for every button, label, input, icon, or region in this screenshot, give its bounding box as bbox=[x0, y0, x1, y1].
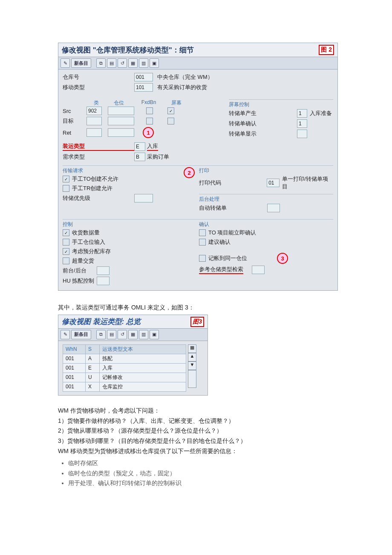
src-bin-input[interactable] bbox=[108, 107, 134, 115]
fgbg-input[interactable] bbox=[97, 266, 110, 275]
imm-label: TO 项目能立即确认 bbox=[208, 229, 256, 237]
delim-icon[interactable]: ▦ bbox=[128, 58, 138, 68]
row-dst: 目标 bbox=[63, 117, 86, 125]
col-type: 类 bbox=[86, 99, 106, 107]
req-val[interactable]: B bbox=[134, 153, 145, 161]
para: WM 移动类型为货物移进或移出仓库提供了以下一些所需要的信息： bbox=[58, 446, 392, 457]
ref-label: 参考仓储类型检索 bbox=[199, 266, 243, 274]
warehouse-input[interactable]: 001 bbox=[134, 73, 153, 81]
select-icon[interactable]: ▥ bbox=[139, 330, 148, 339]
scroll-track[interactable] bbox=[188, 370, 196, 388]
confirm-title: 确认 bbox=[199, 219, 333, 228]
page-root: 修改视图 "仓库管理系统移动类型"：细节 图 2 ✎ 新条目 ⧉ ▤ ↺ ▦ ▥… bbox=[0, 0, 392, 506]
movetype-desc: 有关采购订单的收货 bbox=[157, 84, 207, 91]
undo-icon[interactable]: ↺ bbox=[118, 58, 127, 68]
src-type-input[interactable]: 902 bbox=[86, 107, 102, 115]
dst-scr-check[interactable] bbox=[167, 118, 174, 124]
src-fxdbn-check[interactable] bbox=[146, 107, 153, 114]
copy-icon[interactable]: ⧉ bbox=[96, 58, 106, 68]
table-row: 001X仓库监控 bbox=[63, 382, 186, 391]
manual-to-check[interactable]: ✓ bbox=[63, 176, 69, 182]
manual-tr-label: 手工TR创建允许 bbox=[72, 185, 112, 192]
toolbar: ✎ 新条目 ⧉ ▤ ↺ ▦ ▥ ▣ bbox=[58, 57, 337, 69]
warehouse-label: 仓库号 bbox=[63, 73, 134, 81]
toggle-icon[interactable]: ✎ bbox=[61, 330, 70, 339]
auto-to-input[interactable] bbox=[267, 204, 280, 212]
th-whn: WhN bbox=[63, 344, 86, 354]
ret-bin-input[interactable] bbox=[108, 128, 134, 137]
form-body: 仓库号 001 中央仓库（完全 WM） 移动类型 101 有关采购订单的收货 类… bbox=[58, 69, 337, 290]
scrollbar: ▦ ▲ ▼ bbox=[188, 344, 196, 392]
over-check[interactable] bbox=[63, 257, 69, 264]
sap-view-movement-type: 修改视图 "仓库管理系统移动类型"：细节 图 2 ✎ 新条目 ⧉ ▤ ↺ ▦ ▥… bbox=[58, 43, 338, 291]
ret-type-input[interactable] bbox=[86, 128, 102, 137]
copy-icon[interactable]: ⧉ bbox=[96, 330, 106, 339]
col-fxdbn: FxdBn bbox=[132, 99, 166, 107]
fig3-title: 修改视图 装运类型: 总览 bbox=[62, 318, 141, 326]
explanation-text: WM 作货物移动时，会考虑以下问题： 1）货物要作做样的移动？（入库、出库、记帐… bbox=[58, 406, 392, 489]
th-s: S bbox=[86, 344, 100, 354]
to-conf-val[interactable]: 1 bbox=[297, 119, 307, 128]
ship-label: 装运类型 bbox=[63, 142, 134, 151]
fig3-body: WhN S 运送类型文本 001A拣配 001E入库 001U记帐修改 001X… bbox=[58, 341, 208, 395]
callout-3: 3 bbox=[277, 253, 288, 264]
manbin-check[interactable] bbox=[63, 239, 69, 246]
col-scr: 屏幕 bbox=[166, 99, 187, 107]
callout-2: 2 bbox=[184, 167, 195, 178]
sug-check[interactable] bbox=[199, 239, 206, 246]
dst-type-input[interactable] bbox=[86, 117, 102, 125]
gr-check[interactable]: ✓ bbox=[63, 229, 69, 236]
printcode-val[interactable]: 01 bbox=[267, 179, 280, 187]
to-disp-label: 转储单显示 bbox=[229, 130, 297, 138]
to-gen-val[interactable]: 1 bbox=[297, 109, 307, 118]
same-check[interactable] bbox=[199, 255, 206, 262]
ref-input[interactable] bbox=[252, 266, 265, 274]
th-text: 运送类型文本 bbox=[100, 344, 186, 354]
src-scr-check[interactable]: ✓ bbox=[167, 107, 174, 114]
row-src: Src bbox=[63, 108, 86, 114]
ship-val[interactable]: E bbox=[134, 142, 145, 151]
to-conf-label: 转储单确认 bbox=[229, 120, 297, 127]
undo-icon[interactable]: ↺ bbox=[118, 330, 127, 339]
manual-to-label: 手工TO创建不允许 bbox=[72, 175, 118, 183]
window-titlebar: 修改视图 "仓库管理系统移动类型"：细节 图 2 bbox=[58, 43, 337, 57]
window-title: 修改视图 "仓库管理系统移动类型"：细节 bbox=[62, 45, 194, 55]
sap-view-shipment-type: 修改视图 装运类型: 总览 图3 ✎ 新条目 ⧉ ▤ ↺ ▦ ▥ ▣ WhN S… bbox=[58, 315, 208, 396]
printcode-label: 打印代码 bbox=[199, 179, 267, 187]
prealloc-check[interactable]: ✓ bbox=[63, 248, 69, 255]
dst-fxdbn-check[interactable] bbox=[146, 118, 153, 124]
form-icon[interactable]: ▣ bbox=[150, 330, 159, 339]
hu-input[interactable] bbox=[97, 277, 110, 285]
table-row: 001E入库 bbox=[63, 363, 186, 373]
same-label: 记帐到同一仓位 bbox=[208, 254, 247, 262]
new-entry-button[interactable]: 新条目 bbox=[71, 330, 91, 339]
fig3-toolbar: ✎ 新条目 ⧉ ▤ ↺ ▦ ▥ ▣ bbox=[58, 329, 208, 341]
layout-icon[interactable]: ▦ bbox=[188, 344, 196, 353]
new-entry-button[interactable]: 新条目 bbox=[71, 58, 91, 68]
dst-bin-input[interactable] bbox=[108, 117, 134, 125]
fig3-titlebar: 修改视图 装运类型: 总览 图3 bbox=[58, 315, 208, 329]
screenctl-title: 屏幕控制 bbox=[229, 99, 333, 108]
para: 1）货物要作做样的移动？（入库、出库、记帐变更、仓位调整？） bbox=[58, 416, 392, 426]
save-icon[interactable]: ▤ bbox=[107, 58, 116, 68]
sug-label: 建议确认 bbox=[208, 238, 231, 246]
list-item: 用于处理、确认和打印转储订单的控制标识 bbox=[68, 478, 392, 489]
save-icon[interactable]: ▤ bbox=[107, 330, 116, 339]
req-label: 需求类型 bbox=[63, 153, 134, 161]
para: 2）货物从哪里移动？（源存储类型是什么？源仓位是什么？） bbox=[58, 426, 392, 436]
scroll-up-icon[interactable]: ▲ bbox=[188, 353, 196, 361]
scroll-down-icon[interactable]: ▼ bbox=[188, 361, 196, 370]
movetype-input[interactable]: 101 bbox=[134, 83, 153, 92]
delim-icon[interactable]: ▦ bbox=[128, 330, 138, 339]
form-icon[interactable]: ▣ bbox=[150, 58, 159, 68]
fig3-badge: 图3 bbox=[190, 317, 204, 327]
manual-tr-check[interactable] bbox=[63, 185, 69, 192]
req-desc: 采购订单 bbox=[147, 153, 169, 161]
imm-check[interactable] bbox=[199, 229, 206, 236]
toggle-icon[interactable]: ✎ bbox=[61, 58, 70, 68]
priority-input[interactable] bbox=[134, 194, 153, 202]
to-disp-val[interactable] bbox=[297, 130, 307, 138]
para: 3）货物移动到哪里？（目的地存储类型是什么？目的地仓位是什么？） bbox=[58, 436, 392, 446]
gr-label: 收货数据量 bbox=[72, 229, 100, 237]
select-icon[interactable]: ▥ bbox=[139, 58, 148, 68]
